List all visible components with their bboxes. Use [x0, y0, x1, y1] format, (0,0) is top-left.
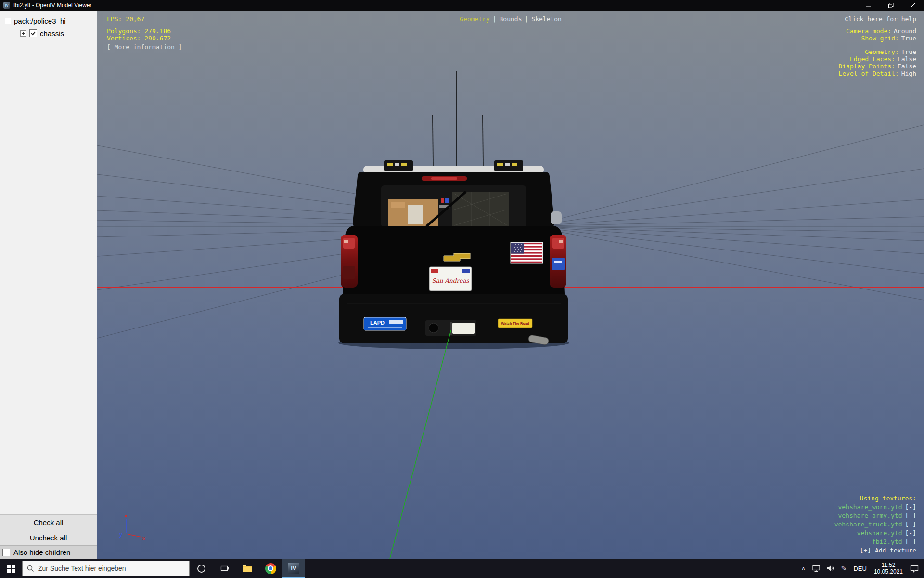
chevron-up-icon: ∧ [801, 565, 806, 572]
titlebar: IV fbi2.yft - OpenIV Model Viewer [0, 0, 924, 11]
edged-faces-setting[interactable]: Edged Faces:False [838, 55, 916, 63]
tray-volume-button[interactable] [823, 559, 838, 578]
tree-chassis-row[interactable]: chassis [0, 27, 97, 39]
vertices-stat: Vertices: 290.672 [107, 35, 182, 42]
mode-geometry[interactable]: Geometry [460, 15, 490, 23]
3d-viewport[interactable]: San Andreas LAPD Watch The Road [97, 11, 924, 559]
checkmark-icon [30, 30, 37, 37]
remove-texture-button[interactable]: [-] [905, 521, 916, 528]
close-icon [911, 3, 915, 8]
texture-row: vehshare_worn.ytd[-] [834, 503, 916, 512]
start-button[interactable] [0, 559, 22, 578]
windows-logo-icon [7, 565, 15, 573]
tail-light-left [341, 235, 358, 288]
restore-icon [888, 3, 894, 8]
remove-texture-button[interactable]: [-] [905, 538, 916, 545]
system-tray: ∧ ✎ DEU 11:52 10.05.2021 [798, 559, 924, 578]
us-flag-decal [511, 242, 543, 264]
show-grid-setting[interactable]: Show grid:True [838, 35, 916, 42]
tree-chassis-label[interactable]: chassis [40, 29, 64, 38]
remove-texture-button[interactable]: [-] [905, 503, 916, 511]
bumper-sticker-text: Watch The Road [501, 321, 529, 326]
cortana-button[interactable] [190, 559, 213, 578]
remove-texture-button[interactable]: [-] [905, 529, 916, 537]
axis-gizmo: y x [116, 514, 147, 542]
language-indicator[interactable]: DEU [850, 559, 870, 578]
license-plate: San Andreas [429, 267, 472, 291]
openiv-taskbar-button[interactable]: IV [282, 559, 305, 578]
mode-skeleton[interactable]: Skeleton [531, 15, 562, 23]
collapse-icon[interactable] [5, 18, 11, 24]
tail-light-right [550, 235, 566, 288]
task-view-icon [220, 565, 229, 572]
texture-row: vehshare.ytd[-] [834, 529, 916, 538]
chrome-button[interactable] [259, 559, 282, 578]
close-button[interactable] [902, 0, 924, 11]
search-input[interactable] [38, 565, 185, 572]
also-hide-children-checkbox[interactable] [2, 549, 10, 556]
task-view-button[interactable] [213, 559, 236, 578]
expand-icon[interactable] [20, 30, 26, 37]
display-icon [812, 565, 820, 572]
license-plate-text: San Andreas [432, 277, 469, 284]
restore-button[interactable] [880, 0, 902, 11]
tree-root-row[interactable]: pack:/police3_hi [0, 14, 97, 27]
axis-label-x: x [142, 535, 146, 542]
file-explorer-button[interactable] [236, 559, 259, 578]
cortana-icon [197, 565, 205, 573]
texture-list-header: Using textures: [834, 494, 916, 503]
tree-root-label[interactable]: pack:/police3_hi [14, 17, 66, 25]
bumper-sticker: Watch The Road [498, 319, 532, 328]
taskbar-search[interactable] [22, 561, 190, 576]
mode-bounds[interactable]: Bounds [500, 15, 522, 23]
windows-taskbar: IV ∧ ✎ DEU 11:52 10.05.2021 [0, 559, 924, 578]
camera-mode-setting[interactable]: Camera mode:Around [838, 27, 916, 35]
texture-list: Using textures: vehshare_worn.ytd[-] veh… [834, 494, 916, 555]
chrome-icon [265, 563, 276, 574]
sidebar-bottom: Check all Uncheck all Also hide children [0, 514, 97, 559]
interior-light-blue [445, 198, 449, 203]
antennas [433, 71, 483, 170]
chassis-checkbox[interactable] [29, 29, 37, 37]
window-title: fbi2.yft - OpenIV Model Viewer [13, 2, 92, 9]
side-mirror [551, 211, 562, 224]
axis-label-y: y [119, 530, 123, 538]
rear-window [381, 185, 526, 227]
openiv-icon: IV [288, 563, 299, 574]
volume-icon [827, 565, 834, 572]
also-hide-children-label: Also hide children [13, 548, 70, 556]
add-texture-button[interactable]: [+] Add texture [834, 546, 916, 555]
view-mode-switcher: Geometry|Bounds|Skeleton [97, 15, 924, 23]
help-link[interactable]: Click here for help [838, 15, 916, 23]
backup-camera [429, 323, 438, 333]
reverse-light [452, 323, 475, 334]
texture-row: vehshare_army.ytd[-] [834, 512, 916, 520]
search-icon [27, 565, 34, 572]
minimize-button[interactable] [858, 0, 880, 11]
openiv-app-icon: IV [3, 2, 10, 9]
tray-expand-button[interactable]: ∧ [798, 559, 809, 578]
clock[interactable]: 11:52 10.05.2021 [870, 559, 907, 578]
interior-light-red [441, 198, 444, 203]
more-information-link[interactable]: [ More information ] [107, 43, 182, 51]
minimize-icon [866, 3, 871, 8]
display-points-setting[interactable]: Display Points:False [838, 63, 916, 70]
texture-row: vehshare_truck.ytd[-] [834, 520, 916, 529]
level-of-detail-setting[interactable]: Level of Detail:High [838, 70, 916, 77]
also-hide-children-row[interactable]: Also hide children [0, 545, 97, 559]
reverse-light-panel [425, 320, 476, 336]
viewer-settings: Click here for help Camera mode:Around S… [838, 15, 916, 77]
tray-time: 11:52 [881, 562, 895, 568]
file-explorer-icon [242, 564, 253, 573]
uncheck-all-button[interactable]: Uncheck all [0, 530, 97, 545]
tray-pen-button[interactable]: ✎ [838, 559, 850, 578]
action-center-button[interactable] [907, 559, 922, 578]
tray-display-button[interactable] [809, 559, 823, 578]
vehicle-model: San Andreas LAPD Watch The Road [337, 67, 570, 352]
pen-icon: ✎ [841, 565, 847, 572]
check-all-button[interactable]: Check all [0, 514, 97, 530]
lapd-decal: LAPD [364, 317, 406, 330]
lapd-text: LAPD [370, 320, 385, 326]
geometry-setting[interactable]: Geometry:True [838, 48, 916, 55]
remove-texture-button[interactable]: [-] [905, 512, 916, 519]
